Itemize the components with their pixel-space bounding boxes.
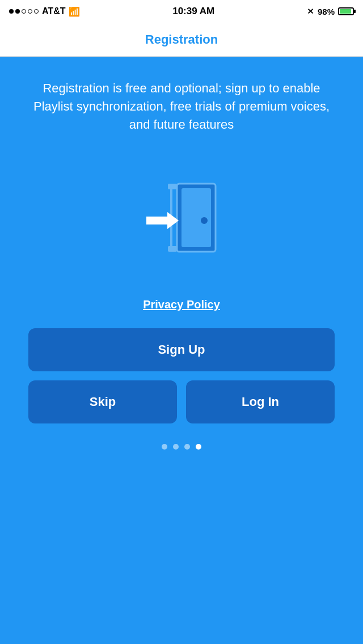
svg-marker-6 bbox=[146, 212, 179, 229]
main-content: Registration is free and optional; sign … bbox=[0, 57, 363, 644]
signal-strength bbox=[9, 9, 39, 14]
carrier-label: AT&T bbox=[42, 6, 65, 16]
battery-icon bbox=[338, 7, 354, 15]
door-icon-container bbox=[136, 168, 227, 270]
login-door-icon bbox=[136, 173, 227, 264]
signal-dot-2 bbox=[15, 9, 20, 14]
skip-button[interactable]: Skip bbox=[28, 380, 177, 423]
signal-dot-3 bbox=[22, 9, 26, 14]
buttons-container: Sign Up Skip Log In bbox=[28, 328, 335, 423]
login-button[interactable]: Log In bbox=[186, 380, 335, 423]
status-left: AT&T 📶 bbox=[9, 6, 80, 17]
svg-rect-3 bbox=[168, 184, 177, 189]
bluetooth-icon: ⨯ bbox=[307, 6, 314, 16]
wifi-icon: 📶 bbox=[69, 6, 80, 17]
page-dot-1 bbox=[162, 444, 167, 450]
signal-dot-5 bbox=[34, 9, 39, 14]
svg-rect-4 bbox=[168, 246, 177, 252]
sign-up-button[interactable]: Sign Up bbox=[28, 328, 335, 371]
status-right: ⨯ 98% bbox=[307, 6, 354, 16]
nav-bar: Registration bbox=[0, 23, 363, 57]
status-bar: AT&T 📶 10:39 AM ⨯ 98% bbox=[0, 0, 363, 23]
svg-rect-1 bbox=[182, 188, 211, 247]
battery-percent: 98% bbox=[318, 7, 335, 16]
battery-fill bbox=[340, 9, 351, 14]
svg-point-2 bbox=[201, 217, 208, 224]
status-time: 10:39 AM bbox=[172, 6, 214, 17]
page-indicators bbox=[162, 444, 201, 450]
privacy-policy-link[interactable]: Privacy Policy bbox=[143, 298, 220, 311]
page-title: Registration bbox=[145, 32, 218, 47]
signal-dot-1 bbox=[9, 9, 14, 14]
battery-container bbox=[338, 7, 354, 15]
bottom-row: Skip Log In bbox=[28, 380, 335, 423]
page-dot-2 bbox=[173, 444, 179, 450]
description-text: Registration is free and optional; sign … bbox=[28, 79, 335, 134]
page-dot-4 bbox=[196, 444, 201, 450]
page-dot-3 bbox=[184, 444, 190, 450]
signal-dot-4 bbox=[28, 9, 32, 14]
